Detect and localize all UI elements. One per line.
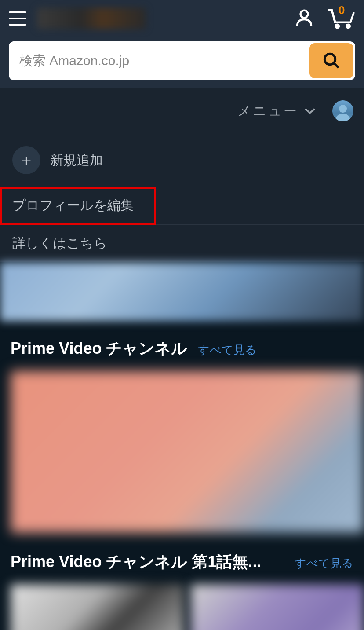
main-header: 0 — [0, 0, 364, 88]
learn-more-label: 詳しくはこちら — [12, 234, 107, 253]
user-icon[interactable] — [294, 7, 315, 30]
subnav-menu-label: メニュー — [237, 102, 298, 120]
search-button[interactable] — [309, 43, 353, 78]
learn-more-item[interactable]: 詳しくはこちら — [0, 224, 364, 262]
section-title: Prime Video チャンネル — [11, 338, 187, 359]
channel-card[interactable] — [11, 371, 364, 533]
section-header: Prime Video チャンネル 第1話無... すべて見る — [11, 551, 364, 573]
search-input[interactable] — [9, 41, 308, 80]
add-profile-label: 新規追加 — [50, 151, 103, 169]
svg-line-4 — [334, 63, 339, 68]
plus-icon: ＋ — [12, 146, 40, 174]
card-row — [11, 584, 364, 630]
edit-profile-label: プロフィールを編集 — [12, 197, 134, 215]
divider — [324, 102, 324, 120]
see-all-link[interactable]: すべて見る — [198, 342, 257, 358]
section-header: Prime Video チャンネル すべて見る — [11, 338, 364, 359]
svg-point-2 — [346, 25, 350, 28]
site-logo[interactable] — [37, 8, 146, 29]
hero-banner[interactable] — [0, 262, 364, 321]
section-prime-video-free-ep: Prime Video チャンネル 第1話無... すべて見る — [0, 533, 364, 630]
edit-profile-item[interactable]: プロフィールを編集 — [0, 187, 364, 224]
content-card[interactable] — [191, 584, 364, 630]
content-card[interactable] — [11, 584, 184, 630]
hamburger-menu-icon[interactable] — [9, 11, 26, 26]
cart-button[interactable]: 0 — [327, 6, 355, 31]
svg-point-0 — [301, 11, 308, 18]
section-prime-video-channel: Prime Video チャンネル すべて見る — [0, 321, 364, 533]
search-bar — [9, 41, 355, 80]
profile-dropdown-panel: ＋ 新規追加 プロフィールを編集 詳しくはこちら — [0, 134, 364, 262]
profile-avatar[interactable] — [332, 100, 353, 121]
add-profile-item[interactable]: ＋ 新規追加 — [0, 134, 364, 187]
chevron-down-icon — [304, 107, 316, 115]
header-left — [9, 8, 146, 29]
sub-navigation: メニュー — [0, 88, 364, 134]
search-icon — [322, 51, 341, 70]
svg-point-1 — [335, 25, 339, 28]
cart-count-badge: 0 — [339, 4, 345, 17]
subnav-menu-dropdown[interactable]: メニュー — [237, 102, 316, 120]
header-top-row: 0 — [9, 6, 355, 31]
svg-point-3 — [324, 54, 335, 65]
section-title: Prime Video チャンネル 第1話無... — [11, 551, 261, 573]
see-all-link[interactable]: すべて見る — [295, 556, 353, 571]
header-right: 0 — [294, 6, 355, 31]
